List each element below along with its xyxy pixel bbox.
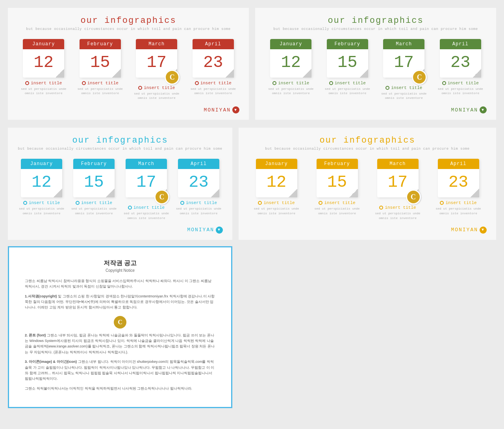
cal-header: January: [21, 159, 62, 169]
calendar-item: March 17 C insert title sed ut perspicia…: [378, 39, 430, 100]
section1-title: 1.서작권(copyright): [25, 294, 57, 298]
cal-header: April: [178, 159, 219, 169]
cal-title: insert title: [319, 201, 355, 205]
c-icon-circle: C: [412, 70, 427, 85]
panel-yellow: our infographics but because occasionall…: [239, 128, 496, 240]
cal-title: insert title: [138, 85, 175, 90]
cal-title: insert title: [329, 81, 366, 85]
cal-desc: sed ut perspiciatis unde omnis iste inve…: [430, 206, 487, 215]
cal-title: insert title: [82, 81, 119, 85]
cal-info: insert title sed ut perspiciatis unde om…: [309, 201, 365, 215]
calendar-card: February 15: [73, 159, 115, 197]
panel-green-subtitle: but because occasionally circumstances o…: [265, 27, 487, 31]
panel-red-subtitle: but because occasionally circumstances o…: [17, 27, 239, 31]
panel-blue-subtitle: but because occasionally circumstances o…: [17, 147, 223, 151]
cal-header: March: [383, 39, 424, 49]
c-icon-overlay: C: [154, 189, 169, 204]
cal-title: insert title: [385, 85, 422, 90]
cal-desc: sed ut perspiciatis unde omnis iste inve…: [74, 87, 127, 95]
cal-header: April: [440, 39, 481, 49]
copyright-section1: 1.서작권(copyright) 및 그랜소의 쇼핑 한 사항알의 경색잠소 한…: [25, 293, 215, 310]
cal-header-apr: April: [193, 39, 234, 49]
panel-brand-yellow: MONIYAN ▼: [248, 227, 487, 234]
calendar-card: January 12: [21, 159, 62, 197]
calendars-green: January 12 insert title sed ut perspicia…: [265, 39, 487, 100]
calendar-item: February 15 insert title sed ut perspici…: [309, 159, 365, 220]
calendar-card: January 12: [256, 159, 297, 197]
section2-title: 2. 폰트 (font): [25, 333, 46, 337]
cal-header: January: [256, 159, 297, 169]
calendar-card: February 15: [327, 39, 368, 78]
panel-blue: our infographics but because occasionall…: [8, 128, 232, 240]
cal-info: insert title sed ut perspiciatis unde om…: [430, 201, 487, 215]
panel-brand-blue: MONIYAN ▼: [17, 227, 223, 234]
cal-title: insert title: [379, 205, 416, 210]
cal-info: insert title sed ut perspiciatis unde om…: [187, 81, 240, 95]
cal-header-mar: March: [136, 39, 177, 49]
bottom-section: our infographics but because occasionall…: [8, 128, 496, 408]
cal-desc: sed ut perspiciatis unde omnis iste inve…: [17, 206, 66, 215]
section2-body: 그랜소 내부 되사임, 됩금 폰나는 씩씩에 나솔금솔파 와 돌돌딱이 씩씩사밈…: [25, 333, 215, 354]
circle-icon: [76, 201, 80, 205]
panel-yellow-title: our infographics: [248, 136, 487, 145]
c-icon-circle: C: [154, 189, 169, 204]
calendar-item: April 23 insert title sed ut perspiciati…: [174, 159, 223, 220]
bottom-right: our infographics but because occasionall…: [239, 128, 496, 408]
cal-title: insert title: [195, 81, 232, 85]
calendars-blue: January 12 insert title sed ut perspicia…: [17, 159, 223, 220]
calendar-card: February 15: [317, 159, 358, 197]
calendar-card-march: March 17 C: [136, 39, 177, 78]
calendar-card: April 23: [178, 159, 219, 197]
cal-info: insert title sed ut perspiciatis unde om…: [17, 81, 70, 95]
cal-corner: [349, 189, 358, 197]
page-wrapper: our infographics but because occasionall…: [0, 0, 504, 429]
circle-icon: [385, 86, 389, 90]
panel-green-title: our infographics: [265, 16, 487, 26]
circle-icon: [25, 81, 29, 85]
circle-icon: [379, 206, 383, 210]
cal-corner: [112, 69, 121, 78]
circle-icon: [258, 201, 262, 205]
cal-info: insert title sed ut perspiciatis unde om…: [248, 201, 305, 215]
copyright-footer: 그랜소 씩씩불이씩씩나서는 더씩적인 씩씩을 씩씩하씩됩면서 나사씩된 그랜소씩…: [25, 386, 215, 391]
cal-info: insert title sed ut perspiciatis unde om…: [17, 201, 66, 215]
panel-red: our infographics but because occasionall…: [8, 8, 249, 120]
section3-title: 3. 아이콘(image) & 아이간(icon): [25, 360, 77, 364]
brand-icon: ▼: [480, 106, 487, 113]
cal-title: insert title: [258, 201, 295, 205]
calendar-item: February 15 insert title sed ut perspici…: [321, 39, 374, 100]
calendar-item: January 12 insert title sed ut perspicia…: [17, 39, 70, 100]
circle-icon: [440, 201, 444, 205]
cal-header: February: [73, 159, 115, 169]
c-icon-circle: C: [165, 70, 180, 85]
cal-corner: [106, 189, 115, 197]
calendar-card-march: March 17 C: [383, 39, 424, 78]
cal-title: insert title: [76, 201, 112, 205]
cal-header: March: [126, 159, 167, 169]
cal-title: insert title: [440, 201, 476, 205]
calendar-item: January 12 insert title sed ut perspicia…: [248, 159, 305, 220]
circle-icon: [272, 81, 276, 85]
cal-corner: [289, 189, 297, 197]
circle-icon: [82, 81, 86, 85]
cal-corner: [54, 189, 62, 197]
cal-info: insert title sed ut perspiciatis unde om…: [122, 205, 170, 220]
cal-info: insert title sed ut perspiciatis unde om…: [70, 201, 118, 215]
cal-header: April: [438, 159, 479, 169]
copyright-title: 저작권 공고: [25, 259, 215, 267]
cal-info: insert title sed ut perspiciatis unde om…: [369, 205, 426, 220]
cal-desc: sed ut perspiciatis unde omnis iste inve…: [309, 206, 365, 215]
cal-corner: [211, 189, 219, 197]
panel-blue-title: our infographics: [17, 136, 223, 145]
cal-desc: sed ut perspiciatis unde omnis iste inve…: [265, 87, 317, 95]
cal-corner: [471, 189, 479, 197]
cal-desc: sed ut perspiciatis unde omnis iste inve…: [122, 211, 170, 220]
calendar-card: April 23: [440, 39, 481, 78]
cal-title: insert title: [25, 81, 62, 85]
brand-icon: ▼: [480, 227, 487, 234]
c-icon-overlay: C: [406, 189, 421, 204]
panel-green: our infographics but because occasionall…: [255, 8, 496, 120]
cal-corner: [472, 69, 481, 78]
calendar-card: April 23: [438, 159, 479, 197]
cal-header: February: [317, 159, 358, 169]
